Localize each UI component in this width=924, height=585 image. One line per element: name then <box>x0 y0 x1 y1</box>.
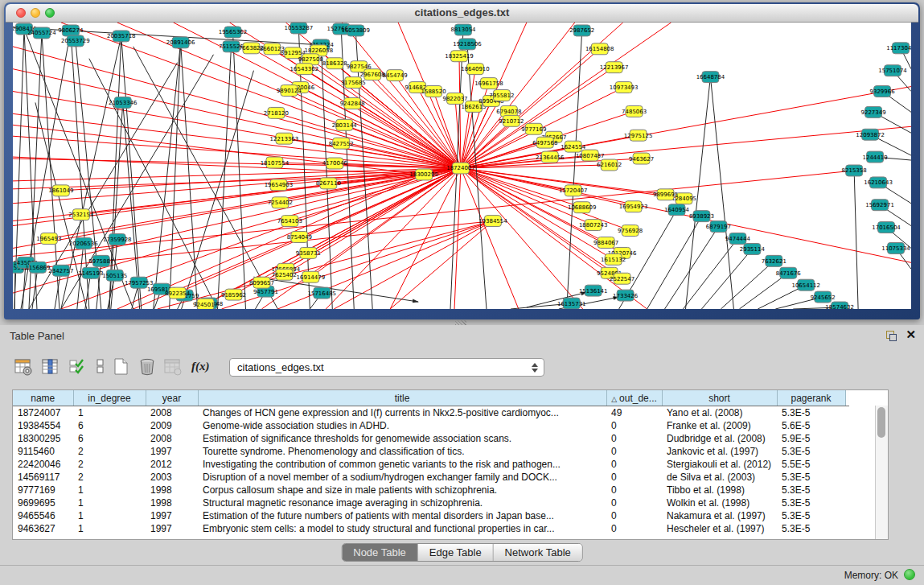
graph-node[interactable]: 18574632 <box>825 302 854 309</box>
graph-node[interactable]: 16914479 <box>297 271 326 282</box>
graph-node[interactable]: 2532154 <box>68 209 94 220</box>
network-view[interactable]: 2908416240557249806274205537292003571820… <box>13 23 911 309</box>
graph-node[interactable]: 8215358 <box>842 165 867 176</box>
graph-node[interactable]: 20206536 <box>69 237 98 249</box>
graph-node[interactable]: 15692971 <box>865 200 894 211</box>
table-row[interactable]: 1872400712008Changes of HCN gene express… <box>13 406 849 420</box>
graph-node[interactable]: 9822037 <box>442 93 467 105</box>
column-header-name[interactable]: name <box>13 390 73 406</box>
graph-node[interactable]: 9474444 <box>725 233 751 245</box>
column-header-title[interactable]: title <box>198 390 606 406</box>
graph-node[interactable]: 12975125 <box>624 130 653 141</box>
column-header-year[interactable]: year <box>146 390 198 406</box>
graph-node[interactable]: 9756928 <box>618 225 643 237</box>
graph-node[interactable]: 17359928 <box>103 234 132 245</box>
column-header-in_degree[interactable]: in_degree <box>73 390 146 406</box>
table-row[interactable]: 946554611997Estimation of the future num… <box>13 509 849 522</box>
graph-node[interactable]: 19218506 <box>453 39 482 50</box>
graph-node[interactable]: 2718120 <box>264 107 289 118</box>
graph-node[interactable]: 7485063 <box>622 105 647 117</box>
graph-node[interactable]: 9329966 <box>870 86 895 97</box>
graph-node-label: 7663822 <box>239 45 264 51</box>
graph-node[interactable]: 20891406 <box>166 37 195 48</box>
table-row[interactable]: 911546021997Tourette syndrome. Phenomeno… <box>13 445 849 458</box>
tab-node-table[interactable]: Node Table <box>342 544 418 561</box>
scrollbar-thumb[interactable] <box>877 407 885 438</box>
delete-button[interactable] <box>137 356 158 377</box>
graph-node[interactable]: 1505135 <box>102 270 127 281</box>
graph-node[interactable]: 12093872 <box>856 129 885 140</box>
graph-node[interactable]: 11173044 <box>886 43 911 54</box>
graph-node[interactable]: 12213967 <box>600 62 629 73</box>
window-titlebar[interactable]: citations_edges.txt <box>6 4 918 23</box>
graph-node[interactable]: 16210643 <box>864 177 893 188</box>
new-file-button[interactable] <box>111 356 132 377</box>
column-header-short[interactable]: short <box>662 390 777 406</box>
table-row[interactable]: 946362711997Embryonic stem cells: a mode… <box>13 522 849 535</box>
graph-node[interactable]: 1965493 <box>36 233 61 245</box>
table-row[interactable]: 969969511998Structural magnetic resonanc… <box>13 496 849 509</box>
graph-node[interactable]: 18325419 <box>445 51 474 62</box>
float-panel-button[interactable] <box>886 331 897 341</box>
tab-network-table[interactable]: Network Table <box>494 544 582 561</box>
table-row[interactable]: 1456911722003Disruption of a novel membe… <box>13 471 849 484</box>
graph-node[interactable]: 15136141 <box>579 285 608 296</box>
graph-node[interactable]: 16961758 <box>474 78 503 89</box>
graph-node[interactable]: 17016504 <box>872 222 901 233</box>
graph-node[interactable]: 1244419 <box>863 151 888 163</box>
graph-node[interactable]: 18640910 <box>461 64 490 75</box>
merge-rows-button[interactable] <box>90 356 111 377</box>
graph-node[interactable]: 9463627 <box>629 153 654 164</box>
tab-edge-table[interactable]: Edge Table <box>418 544 494 561</box>
citation-edge <box>454 168 461 309</box>
table-vertical-scrollbar[interactable] <box>875 406 888 539</box>
graph-node[interactable]: 16648784 <box>696 72 725 83</box>
graph-node[interactable]: 1640954 <box>664 204 690 216</box>
graph-node[interactable]: 2935114 <box>740 243 766 254</box>
graph-node[interactable]: 12213363 <box>270 133 299 144</box>
table-row[interactable]: 2242004622012Investigating the contribut… <box>13 458 849 471</box>
function-builder-button[interactable]: f(x) <box>191 360 212 381</box>
table-row[interactable]: 977716911998Corpus callosum shape and si… <box>13 484 849 496</box>
graph-node[interactable]: 7632621 <box>762 255 786 266</box>
column-header-out_de[interactable]: △out_de... <box>606 390 662 406</box>
graph-node[interactable]: 9245652 <box>811 291 836 303</box>
graph-node[interactable]: 18107554 <box>261 157 290 168</box>
close-panel-button[interactable]: ✕ <box>906 328 916 342</box>
graph-node[interactable]: 9777169 <box>521 123 546 134</box>
table-cell: 1 <box>73 484 146 496</box>
graph-node[interactable]: 10553287 <box>285 23 314 34</box>
graph-node[interactable]: 15751074 <box>878 65 907 76</box>
graph-node[interactable]: 9358731 <box>296 247 321 258</box>
table-cell: 0 <box>606 471 662 484</box>
graph-node[interactable]: 21053346 <box>109 97 138 108</box>
graph-node[interactable]: 10654112 <box>791 279 820 290</box>
select-rows-button[interactable] <box>68 356 88 377</box>
graph-node[interactable]: 19565362 <box>219 27 248 38</box>
graph-node[interactable]: 8813054 <box>450 24 476 35</box>
network-canvas-svg[interactable]: 2908416240557249806274205537292003571820… <box>13 23 911 309</box>
column-header-pagerank[interactable]: pagerank <box>777 390 845 406</box>
graph-node[interactable]: 9185962 <box>221 289 246 300</box>
graph-node[interactable]: 20553729 <box>61 35 90 47</box>
graph-node[interactable]: 8186328 <box>322 58 347 69</box>
import-table-button[interactable] <box>162 356 183 377</box>
table-cell: 2 <box>73 471 146 484</box>
graph-node[interactable]: 15720407 <box>559 185 588 196</box>
graph-node[interactable]: 8454749 <box>383 70 408 81</box>
graph-node[interactable]: 6879197 <box>706 221 731 233</box>
graph-node[interactable]: 2987652 <box>569 25 594 36</box>
graph-node[interactable]: 9227349 <box>861 106 886 117</box>
table-row[interactable]: 1830029562008Estimation of significance … <box>13 432 849 445</box>
select-column-button[interactable] <box>40 356 61 377</box>
graph-node[interactable]: 20035718 <box>107 31 136 42</box>
table-settings-button[interactable] <box>13 356 34 377</box>
table-source-combobox[interactable]: citations_edges.txt <box>229 358 544 377</box>
graph-node[interactable]: 9884067 <box>593 237 618 249</box>
graph-node-label: 16914479 <box>297 274 326 281</box>
graph-node[interactable]: 9806274 <box>58 25 84 36</box>
graph-node[interactable]: 8471676 <box>776 267 801 278</box>
table-row[interactable]: 1938455462009Genome-wide association stu… <box>13 419 849 432</box>
graph-node[interactable]: 10973493 <box>610 82 639 93</box>
graph-node[interactable]: 7654103 <box>277 216 302 227</box>
